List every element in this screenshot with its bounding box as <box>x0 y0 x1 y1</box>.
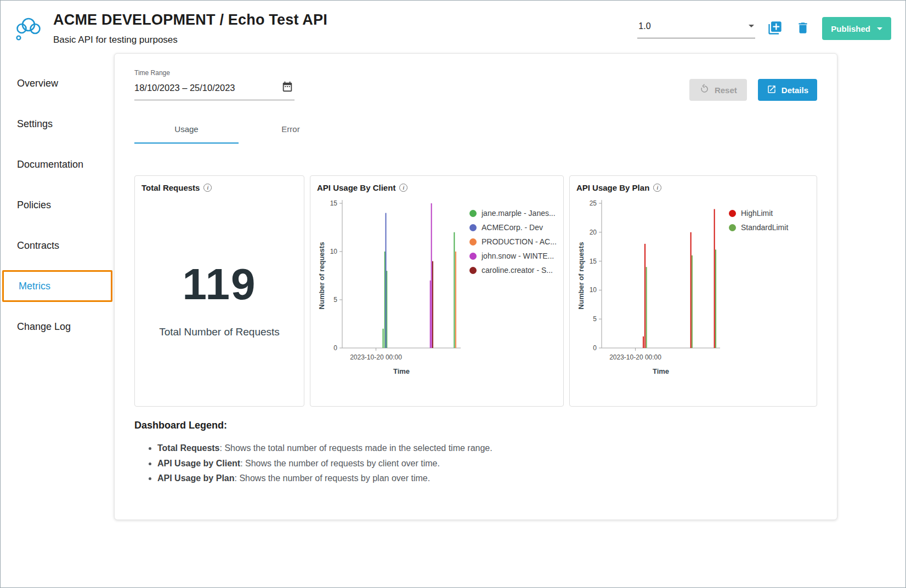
info-icon[interactable]: i <box>203 184 212 192</box>
svg-text:5: 5 <box>333 296 337 304</box>
legend-color-dot <box>729 224 736 231</box>
list-item: API Usage by Plan: Shows the number of r… <box>157 472 817 485</box>
legend-color-dot <box>729 210 736 217</box>
time-range-block: Time Range 18/10/2023 – 25/10/2023 <box>134 69 295 100</box>
legend-color-dot <box>469 267 477 274</box>
chart-legend-item[interactable]: jane.marple - Janes... <box>469 209 557 218</box>
charts-row: Total Requests i 119 Total Number of Req… <box>134 175 817 407</box>
svg-text:0: 0 <box>333 344 337 352</box>
usage-by-client-card: API Usage By Client i 0510152023-10-20 0… <box>310 175 564 407</box>
details-button[interactable]: Details <box>758 79 817 101</box>
svg-text:15: 15 <box>330 199 338 207</box>
sidebar-item-documentation[interactable]: Documentation <box>1 144 114 185</box>
usage-by-plan-card: API Usage By Plan i 05101520252023-10-20… <box>569 175 817 407</box>
app-header: ACME DEVELOPMENT / Echo Test API Basic A… <box>1 1 905 45</box>
legend-color-dot <box>469 210 477 217</box>
details-label: Details <box>782 85 808 95</box>
tab-error[interactable]: Error <box>239 116 343 144</box>
sidebar-item-settings[interactable]: Settings <box>1 104 114 144</box>
chart-legend-item[interactable]: PRODUCTION - AC... <box>469 237 557 246</box>
total-requests-card: Total Requests i 119 Total Number of Req… <box>134 175 304 407</box>
sidebar-item-metrics[interactable]: Metrics <box>2 270 112 302</box>
legend-color-dot <box>469 238 477 246</box>
legend-label: HighLimit <box>741 209 773 218</box>
usage-by-client-legend: jane.marple - Janes...ACMECorp. - DevPRO… <box>466 195 557 379</box>
chart-legend-item[interactable]: HighLimit <box>729 209 808 218</box>
svg-text:25: 25 <box>590 199 597 207</box>
svg-text:2023-10-20 00:00: 2023-10-20 00:00 <box>350 353 402 361</box>
svg-text:Number of requests: Number of requests <box>318 242 326 310</box>
svg-text:Time: Time <box>653 367 669 375</box>
legend-label: StandardLimit <box>741 223 788 232</box>
legend-color-dot <box>469 253 477 260</box>
cloud-icon <box>14 15 43 44</box>
legend-label: john.snow - WINTE... <box>482 252 554 260</box>
time-range-value: 18/10/2023 – 25/10/2023 <box>134 83 235 93</box>
info-icon[interactable]: i <box>653 184 661 192</box>
chevron-down-icon <box>877 27 882 30</box>
svg-text:10: 10 <box>590 286 597 294</box>
svg-text:0: 0 <box>593 344 597 352</box>
total-requests-title: Total Requests i <box>141 183 297 192</box>
usage-by-plan-legend: HighLimitStandardLimit <box>726 195 808 379</box>
svg-text:20: 20 <box>590 229 597 236</box>
legend-label: PRODUCTION - AC... <box>482 237 557 246</box>
chevron-down-icon <box>749 25 754 27</box>
svg-text:Time: Time <box>393 367 410 375</box>
sidebar-item-change-log[interactable]: Change Log <box>1 306 114 347</box>
chart-legend-item[interactable]: StandardLimit <box>729 223 808 232</box>
usage-by-client-title: API Usage By Client i <box>317 183 557 192</box>
header-actions: 1.0 Published <box>637 12 891 40</box>
info-icon[interactable]: i <box>399 184 407 192</box>
list-item: API Usage by Client: Shows the number of… <box>157 458 817 470</box>
svg-text:2023-10-20 00:00: 2023-10-20 00:00 <box>609 353 661 361</box>
legend-label: caroline.creator - S... <box>482 266 553 275</box>
usage-by-client-chart: 0510152023-10-20 00:00TimeNumber of requ… <box>317 195 466 379</box>
usage-by-plan-body: 05101520252023-10-20 00:00TimeNumber of … <box>576 195 810 379</box>
dashboard-legend: Dashboard Legend: Total Requests: Shows … <box>134 420 817 485</box>
svg-text:15: 15 <box>590 258 597 265</box>
calendar-icon[interactable] <box>281 81 293 95</box>
title-block: ACME DEVELOPMENT / Echo Test API Basic A… <box>53 12 327 45</box>
restore-icon <box>699 84 710 96</box>
app-window: ACME DEVELOPMENT / Echo Test API Basic A… <box>0 0 906 588</box>
reset-button[interactable]: Reset <box>689 79 747 101</box>
published-button[interactable]: Published <box>822 17 891 40</box>
metrics-tabs: Usage Error <box>134 116 817 144</box>
add-version-button[interactable] <box>766 19 784 38</box>
chart-legend-item[interactable]: ACMECorp. - Dev <box>469 223 557 232</box>
svg-text:Number of requests: Number of requests <box>577 242 585 310</box>
sidebar-item-contracts[interactable]: Contracts <box>1 225 114 266</box>
metrics-toolbar: Time Range 18/10/2023 – 25/10/2023 <box>134 69 817 101</box>
reset-label: Reset <box>715 85 737 95</box>
version-select[interactable]: 1.0 <box>637 19 755 38</box>
trash-icon <box>796 21 810 37</box>
metrics-panel: Time Range 18/10/2023 – 25/10/2023 <box>114 53 837 520</box>
total-requests-caption: Total Number of Requests <box>141 326 297 338</box>
add-to-library-icon <box>767 20 783 37</box>
time-range-label: Time Range <box>134 69 295 77</box>
usage-by-plan-chart: 05101520252023-10-20 00:00TimeNumber of … <box>576 195 726 379</box>
usage-by-client-body: 0510152023-10-20 00:00TimeNumber of requ… <box>317 195 557 379</box>
sidebar-item-policies[interactable]: Policies <box>1 185 114 225</box>
dashboard-legend-list: Total Requests: Shows the total number o… <box>157 442 817 485</box>
tab-usage[interactable]: Usage <box>134 116 239 144</box>
sidebar-item-overview[interactable]: Overview <box>1 63 114 104</box>
chart-legend-item[interactable]: john.snow - WINTE... <box>469 252 557 260</box>
open-in-new-icon <box>767 84 777 96</box>
sidebar-nav: Overview Settings Documentation Policies… <box>1 53 114 520</box>
delete-button[interactable] <box>795 20 811 38</box>
published-label: Published <box>831 24 870 33</box>
legend-label: jane.marple - Janes... <box>482 209 556 218</box>
chart-legend-item[interactable]: caroline.creator - S... <box>469 266 557 275</box>
list-item: Total Requests: Shows the total number o… <box>157 442 817 455</box>
svg-text:5: 5 <box>593 315 597 323</box>
legend-label: ACMECorp. - Dev <box>482 223 543 232</box>
total-requests-value: 119 <box>141 259 297 310</box>
page-subtitle: Basic API for testing purposes <box>53 35 327 45</box>
time-range-field[interactable]: 18/10/2023 – 25/10/2023 <box>134 77 295 100</box>
legend-color-dot <box>469 224 477 231</box>
usage-by-plan-title: API Usage By Plan i <box>576 183 810 192</box>
page-title: ACME DEVELOPMENT / Echo Test API <box>53 12 327 28</box>
dashboard-legend-title: Dashboard Legend: <box>134 420 817 431</box>
